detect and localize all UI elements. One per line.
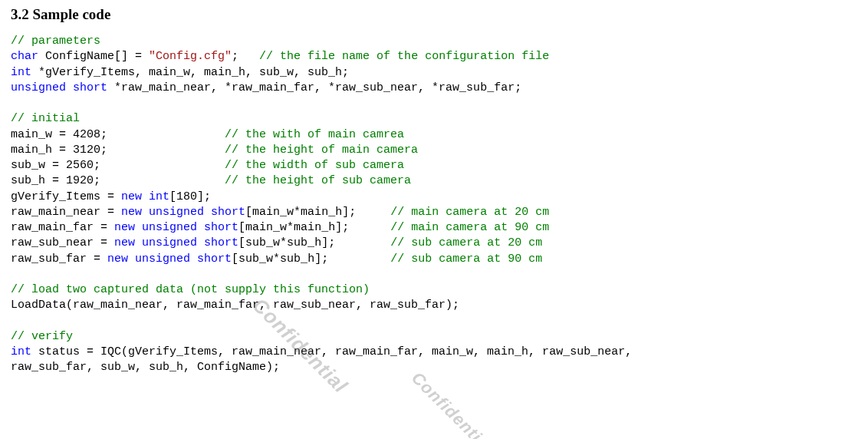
kw-unsigned-3: unsigned [142,221,197,234]
kw-unsigned-4: unsigned [142,236,197,249]
sp-rsf2 [190,253,197,266]
string-configname: "Config.cfg" [149,50,232,63]
section-heading: 3.2 Sample code [11,6,857,23]
assign-main-h: main_h = 3120; [11,144,225,157]
comment-main-w: // the with of main camrea [225,128,404,141]
kw-new-3: new [114,221,135,234]
comment-sub-w: // the width of sub camera [225,159,404,172]
comment-parameters: // parameters [11,35,100,48]
sp-rsn [135,236,142,249]
comment-verify: // verify [11,330,73,343]
assign-sub-w: sub_w = 2560; [11,159,225,172]
assign-rmn-before: raw_main_near = [11,206,121,219]
comment-sub-h: // the height of sub camera [225,174,411,187]
kw-new-5: new [107,253,128,266]
kw-short-4: short [204,236,238,249]
sp-rmf [135,221,142,234]
kw-unsigned-2: unsigned [149,206,204,219]
assign-rmf-mid: [main_w*main_h]; [238,221,390,234]
assign-rsf-before: raw_sub_far = [11,253,107,266]
comment-rsn: // sub camera at 20 cm [390,236,542,249]
kw-int: int [11,66,31,79]
assign-main-w: main_w = 4208; [11,128,225,141]
sp-rsf [128,253,135,266]
assign-gverify-before: gVerify_Items = [11,190,121,203]
comment-main-h: // the height of main camera [225,144,418,157]
assign-gverify-sp [142,190,149,203]
comment-configfile: // the file name of the configuration fi… [259,50,549,63]
kw-short: short [73,81,107,94]
sample-code-block: // parameters char ConfigName[] = "Confi… [11,34,857,376]
kw-new-2: new [121,206,142,219]
space-us [66,81,73,94]
kw-new-1: new [121,190,142,203]
kw-unsigned-5: unsigned [135,253,190,266]
kw-new-4: new [114,236,135,249]
kw-unsigned: unsigned [11,81,66,94]
kw-short-2: short [211,206,245,219]
sp-rmn [142,206,149,219]
assign-sub-h: sub_h = 1920; [11,174,225,187]
decl-status: status = IQC(gVerify_Items, raw_main_nea… [31,345,632,358]
kw-short-5: short [197,253,232,266]
decl-configname-before: ConfigName[] = [38,50,149,63]
assign-rmn-mid: [main_w*main_h]; [245,206,390,219]
comment-rsf: // sub camera at 90 cm [390,253,542,266]
sp-rsn2 [197,236,204,249]
comment-initial: // initial [11,112,80,125]
assign-gverify-br: [180]; [169,190,211,203]
kw-short-3: short [204,221,238,234]
call-loaddata: LoadData(raw_main_near, raw_main_far, ra… [11,299,459,312]
kw-int-2: int [149,190,169,203]
decl-configname-after: ; [232,50,259,63]
decl-gverify: *gVerify_Items, main_w, main_h, sub_w, s… [31,66,349,79]
kw-char: char [11,50,38,63]
assign-rmf-before: raw_main_far = [11,221,114,234]
assign-rsf-mid: [sub_w*sub_h]; [232,253,390,266]
comment-rmn: // main camera at 20 cm [390,206,549,219]
decl-raws: *raw_main_near, *raw_main_far, *raw_sub_… [107,81,521,94]
decl-status-line2: raw_sub_far, sub_w, sub_h, ConfigName); [11,361,280,374]
assign-rsn-before: raw_sub_near = [11,236,114,249]
sp-rmn2 [204,206,211,219]
comment-rmf: // main camera at 90 cm [390,221,549,234]
assign-rsn-mid: [sub_w*sub_h]; [238,236,390,249]
kw-int-3: int [11,345,31,358]
sp-rmf2 [197,221,204,234]
comment-load: // load two captured data (not supply th… [11,283,370,296]
